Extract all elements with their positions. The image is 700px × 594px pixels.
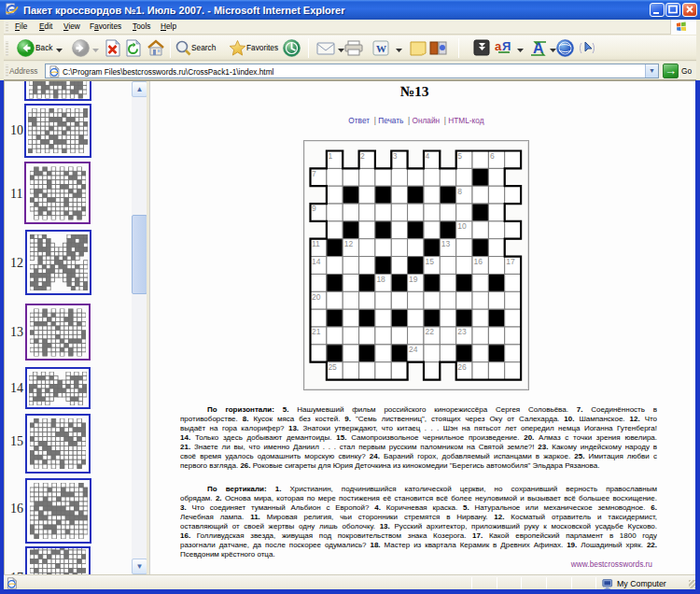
svg-text:2: 2	[360, 151, 365, 161]
svg-text:18: 18	[376, 275, 385, 284]
svg-text:3: 3	[393, 151, 398, 161]
svg-text:9: 9	[312, 204, 316, 213]
svg-text:а: а	[495, 39, 502, 53]
svg-text:4: 4	[426, 151, 430, 161]
svg-text:12: 12	[344, 239, 354, 248]
svg-text:6: 6	[490, 151, 495, 161]
svg-text:15: 15	[426, 257, 435, 266]
svg-text:21: 21	[312, 327, 321, 336]
svg-text:8: 8	[457, 187, 462, 196]
svg-text:14: 14	[312, 257, 321, 266]
svg-text:1: 1	[328, 151, 332, 161]
svg-text:11: 11	[312, 239, 320, 248]
svg-text:24: 24	[409, 345, 418, 354]
svg-text:19: 19	[409, 275, 418, 284]
svg-text:26: 26	[457, 362, 467, 372]
svg-text:13: 13	[441, 239, 451, 248]
svg-text:W: W	[376, 43, 386, 54]
svg-text:17: 17	[506, 257, 515, 266]
svg-text:7: 7	[312, 169, 316, 178]
svg-text:16: 16	[474, 257, 483, 266]
svg-text:5: 5	[457, 151, 462, 161]
svg-text:22: 22	[426, 327, 435, 336]
svg-text:Я: Я	[502, 39, 511, 53]
svg-text:20: 20	[312, 292, 321, 302]
svg-text:10: 10	[457, 221, 467, 231]
svg-text:23: 23	[457, 327, 467, 336]
svg-text:25: 25	[328, 362, 337, 372]
